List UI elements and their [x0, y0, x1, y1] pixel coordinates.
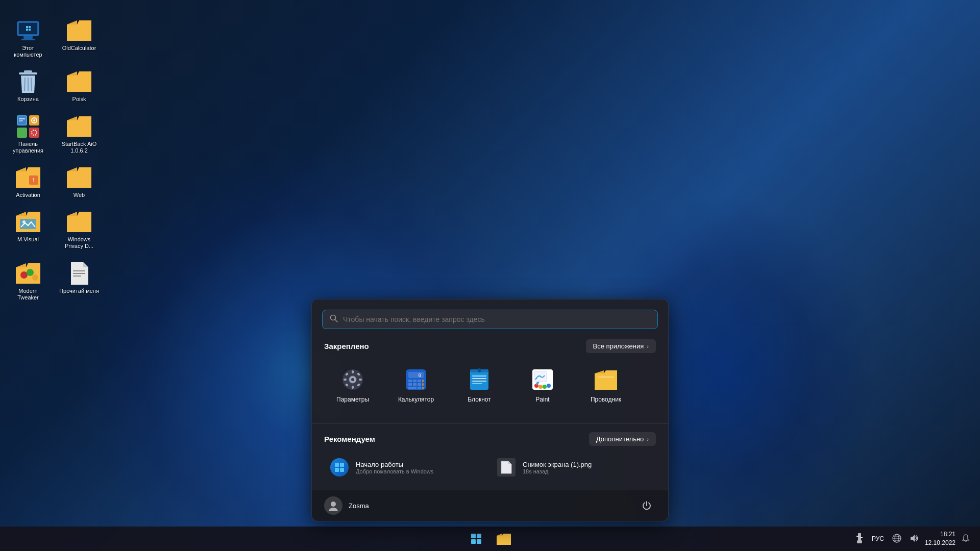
desktop-icon-label-poisk: Poisk — [72, 96, 86, 103]
svg-rect-80 — [472, 375, 486, 377]
rec-item-screenshot[interactable]: Снимок экрана (1).png 18s назад — [491, 453, 656, 482]
svg-text:!: ! — [33, 177, 35, 183]
svg-rect-12 — [24, 70, 32, 73]
svg-marker-17 — [67, 71, 77, 76]
taskbar-file-explorer-button[interactable] — [492, 527, 516, 551]
power-button[interactable] — [638, 496, 656, 515]
usb-icon[interactable] — [853, 531, 866, 547]
calculator-app-icon: 0 — [404, 367, 428, 392]
time-display: 18:21 — [925, 530, 955, 539]
clock-display[interactable]: 18:21 12.10.2022 — [925, 530, 955, 547]
desktop-icon-old-calculator[interactable]: OldCalculator — [56, 15, 102, 61]
user-info[interactable]: Zosma — [324, 496, 369, 515]
search-bar[interactable] — [322, 310, 658, 329]
svg-rect-68 — [418, 380, 421, 382]
svg-rect-1 — [19, 23, 37, 34]
svg-rect-79 — [478, 368, 481, 372]
svg-rect-55 — [352, 370, 354, 373]
recommended-header: Рекомендуем Дополнительно › — [324, 424, 656, 453]
desktop-icon-this-computer[interactable]: Этот компьютер — [5, 15, 51, 61]
desktop-icon-windows-privacy[interactable]: Windows Privacy D... — [56, 207, 102, 253]
taskbar: РУС 18:21 12.10.2022 — [0, 527, 980, 551]
desktop-icon-label-modern-tweaker: Modern Tweaker — [8, 288, 48, 301]
svg-line-51 — [335, 320, 338, 322]
more-chevron-icon: › — [647, 436, 649, 442]
modern-tweaker-folder-icon — [16, 261, 40, 286]
svg-point-54 — [351, 378, 354, 381]
volume-icon[interactable] — [908, 532, 921, 546]
desktop-icon-label-web: Web — [74, 192, 85, 198]
screenshot-title: Снимок экрана (1).png — [523, 461, 592, 468]
svg-point-100 — [329, 508, 338, 511]
svg-point-88 — [547, 384, 551, 388]
desktop-icon-m-visual[interactable]: M.Visual — [5, 207, 51, 253]
svg-rect-49 — [73, 276, 81, 277]
all-apps-label: Все приложения — [593, 342, 644, 350]
svg-rect-73 — [422, 383, 424, 386]
svg-point-24 — [33, 119, 35, 121]
rec-item-getting-started[interactable]: Начало работы Добро пожаловать в Windows — [324, 453, 489, 482]
desktop-icon-control-panel[interactable]: Панель управления — [5, 111, 51, 157]
svg-marker-29 — [67, 116, 77, 120]
language-indicator[interactable]: РУС — [870, 533, 886, 544]
svg-rect-66 — [408, 380, 412, 382]
m-visual-folder-icon — [16, 210, 40, 234]
desktop-icon-recycle-bin[interactable]: Корзина — [5, 66, 51, 106]
svg-rect-26 — [29, 128, 39, 138]
pinned-app-paint[interactable]: Paint — [512, 361, 573, 409]
pinned-app-calculator[interactable]: 0 Калькулятор — [385, 361, 447, 409]
svg-rect-95 — [335, 463, 339, 467]
svg-text:0: 0 — [419, 373, 421, 378]
start-button[interactable] — [464, 527, 488, 551]
recommended-items-list: Начало работы Добро пожаловать в Windows… — [324, 453, 656, 482]
svg-marker-102 — [497, 534, 502, 536]
desktop-icon-readme[interactable]: Прочитай меня — [56, 258, 102, 304]
svg-line-15 — [31, 78, 32, 91]
all-apps-button[interactable]: Все приложения › — [586, 339, 656, 353]
taskbar-center — [464, 527, 516, 551]
desktop-icon-poisk[interactable]: Poisk — [56, 66, 102, 106]
more-button[interactable]: Дополнительно › — [589, 432, 656, 446]
svg-rect-81 — [472, 378, 486, 379]
svg-point-87 — [543, 385, 547, 389]
svg-rect-98 — [340, 468, 344, 472]
svg-marker-41 — [67, 212, 77, 216]
notification-icon[interactable] — [960, 532, 972, 546]
pinned-app-explorer[interactable]: Проводник — [575, 361, 636, 409]
settings-app-label: Параметры — [336, 396, 369, 403]
pinned-app-notepad[interactable]: Блокнот — [449, 361, 510, 409]
start-menu: Закреплено Все приложения › — [311, 299, 669, 521]
user-avatar-icon — [324, 496, 342, 515]
svg-marker-35 — [67, 167, 77, 171]
pinned-app-settings[interactable]: Параметры — [322, 361, 383, 409]
svg-rect-5 — [29, 26, 31, 28]
svg-rect-57 — [344, 379, 347, 381]
svg-rect-97 — [335, 468, 339, 472]
svg-rect-70 — [408, 383, 412, 386]
network-icon[interactable] — [890, 532, 903, 546]
desktop-icon-modern-tweaker[interactable]: Modern Tweaker — [5, 258, 51, 304]
search-icon — [330, 314, 338, 324]
svg-rect-94 — [598, 377, 614, 378]
start-menu-footer: Zosma — [312, 490, 668, 521]
windows-logo-icon — [471, 534, 481, 544]
svg-rect-83 — [472, 383, 482, 384]
desktop-icon-web[interactable]: Web — [56, 162, 102, 202]
control-panel-icon — [16, 114, 40, 139]
more-label: Дополнительно — [596, 435, 644, 443]
svg-rect-71 — [413, 383, 416, 386]
old-calculator-folder-icon — [67, 18, 91, 43]
windows-privacy-folder-icon — [67, 210, 91, 234]
search-input[interactable] — [343, 315, 650, 323]
svg-rect-64 — [408, 372, 424, 378]
svg-rect-82 — [472, 381, 486, 382]
desktop-icon-startback[interactable]: StartBack AiO 1.0.6.2 — [56, 111, 102, 157]
recommended-section-title: Рекомендуем — [324, 435, 375, 443]
getting-started-icon — [330, 458, 349, 477]
explorer-app-icon — [594, 367, 618, 392]
settings-app-icon — [340, 367, 365, 392]
svg-line-14 — [24, 78, 25, 91]
svg-rect-2 — [23, 36, 33, 39]
desktop-icon-activation[interactable]: ! Activation — [5, 162, 51, 202]
svg-rect-4 — [26, 26, 28, 28]
